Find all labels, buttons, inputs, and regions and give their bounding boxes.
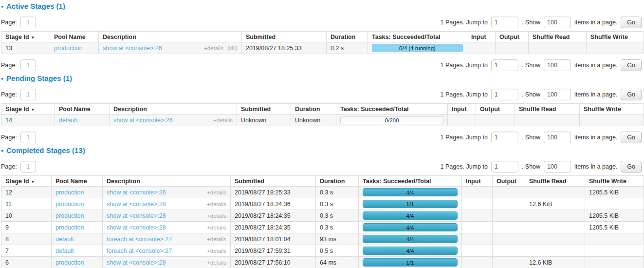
jump-to-input[interactable]: [491, 17, 518, 28]
details-toggle[interactable]: +details: [207, 201, 226, 207]
details-toggle[interactable]: +details: [207, 236, 226, 242]
column-header-output[interactable]: Output: [493, 176, 525, 187]
collapse-icon: ▾: [1, 76, 3, 81]
pool-name-cell: production: [52, 187, 103, 198]
go-button[interactable]: Go: [621, 59, 642, 71]
description-link[interactable]: show at <console>:28: [107, 224, 166, 231]
details-toggle[interactable]: +details: [207, 213, 226, 219]
column-header-description[interactable]: Description: [110, 104, 237, 115]
jump-to-input[interactable]: [491, 59, 518, 71]
column-header-duration[interactable]: Duration: [291, 104, 336, 115]
show-input[interactable]: [544, 161, 571, 172]
column-header-description[interactable]: Description: [99, 32, 242, 42]
description-link[interactable]: foreach at <console>:27: [107, 248, 172, 254]
column-header-description[interactable]: Description: [103, 176, 231, 187]
pool-name-link[interactable]: production: [55, 224, 84, 231]
jump-to-input[interactable]: [491, 161, 518, 172]
show-label: . Show: [522, 19, 540, 26]
section-title-active[interactable]: ▾Active Stages (1): [1, 2, 643, 10]
jump-to-input[interactable]: [491, 89, 518, 100]
shuffle-write-cell: 1205.5 KiB: [585, 210, 644, 222]
sort-desc-icon: ▾: [32, 35, 34, 40]
description-link[interactable]: foreach at <console>:27: [107, 236, 172, 243]
column-header-duration[interactable]: Duration: [327, 32, 368, 42]
description-actions: +details: [207, 248, 226, 254]
pool-name-link[interactable]: production: [55, 201, 84, 208]
go-button[interactable]: Go: [621, 161, 642, 172]
column-header-duration[interactable]: Duration: [316, 176, 359, 187]
column-header-pool-name[interactable]: Pool Name: [52, 176, 103, 187]
description-link[interactable]: show at <console>:28: [107, 259, 166, 266]
column-header-stage-id[interactable]: Stage Id▾: [1, 32, 50, 42]
column-header-pool-name[interactable]: Pool Name: [50, 32, 99, 42]
show-label: . Show: [522, 91, 540, 98]
submitted-cell: 2019/08/27 18:24:35: [231, 222, 316, 233]
column-header-tasks-succeeded-total[interactable]: Tasks: Succeeded/Total: [336, 104, 448, 115]
progress-label: 4/4: [363, 212, 457, 219]
column-header-stage-id[interactable]: Stage Id▾: [1, 176, 52, 187]
show-input[interactable]: [544, 17, 571, 28]
go-button[interactable]: Go: [621, 132, 642, 143]
column-header-input[interactable]: Input: [448, 104, 476, 115]
column-header-submitted[interactable]: Submitted: [237, 104, 291, 115]
column-header-shuffle-read[interactable]: Shuffle Read: [525, 176, 585, 187]
description-link[interactable]: show at <console>:26: [113, 117, 173, 124]
go-button[interactable]: Go: [621, 89, 642, 100]
column-header-stage-id[interactable]: Stage Id▾: [1, 104, 55, 115]
pool-name-link[interactable]: production: [55, 189, 84, 196]
section-title-pending[interactable]: ▾Pending Stages (1): [1, 74, 643, 82]
page-input[interactable]: [20, 161, 36, 172]
go-button[interactable]: Go: [621, 17, 642, 28]
description-link[interactable]: show at <console>:28: [107, 212, 166, 219]
input-cell: [467, 42, 496, 54]
duration-cell: Unknown: [291, 115, 336, 126]
description-link[interactable]: show at <console>:26: [107, 189, 166, 196]
pool-name-cell: production: [50, 42, 99, 54]
column-header-output[interactable]: Output: [476, 104, 515, 115]
description-link[interactable]: show at <console>:28: [107, 201, 166, 208]
column-header-tasks-succeeded-total[interactable]: Tasks: Succeeded/Total: [359, 176, 462, 187]
pool-name-link[interactable]: default: [59, 117, 77, 124]
column-header-shuffle-read[interactable]: Shuffle Read: [515, 104, 580, 115]
pool-name-link[interactable]: default: [55, 248, 74, 254]
pool-name-link[interactable]: production: [54, 45, 82, 52]
details-toggle[interactable]: +details: [204, 45, 223, 51]
details-toggle[interactable]: +details: [207, 260, 226, 266]
details-toggle[interactable]: +details: [207, 225, 226, 230]
show-input[interactable]: [544, 132, 571, 143]
items-per-page-label: items in a page.: [574, 134, 617, 141]
column-header-submitted[interactable]: Submitted: [231, 176, 316, 187]
column-header-input[interactable]: Input: [467, 32, 496, 42]
page-input[interactable]: [20, 89, 36, 100]
page-input[interactable]: [20, 132, 36, 143]
tasks-cell: 1/1: [359, 198, 462, 210]
column-label: Tasks: Succeeded/Total: [372, 34, 441, 40]
kill-link[interactable]: (kill): [227, 45, 238, 51]
column-header-pool-name[interactable]: Pool Name: [55, 104, 110, 115]
show-input[interactable]: [544, 59, 571, 71]
details-toggle[interactable]: +details: [213, 117, 233, 123]
column-header-tasks-succeeded-total[interactable]: Tasks: Succeeded/Total: [368, 32, 467, 42]
pool-name-link[interactable]: default: [55, 236, 74, 243]
column-header-shuffle-write[interactable]: Shuffle Write: [587, 32, 644, 42]
description-link[interactable]: show at <console>:26: [103, 45, 162, 52]
progress-label: 0/4 (4 running): [372, 44, 462, 52]
column-header-shuffle-read[interactable]: Shuffle Read: [529, 32, 587, 42]
column-header-shuffle-write[interactable]: Shuffle Write: [580, 104, 644, 115]
column-header-shuffle-write[interactable]: Shuffle Write: [585, 176, 644, 187]
details-toggle[interactable]: +details: [207, 248, 226, 254]
details-toggle[interactable]: +details: [207, 190, 226, 195]
jump-to-input[interactable]: [491, 132, 518, 143]
column-header-input[interactable]: Input: [462, 176, 493, 187]
description-cell: show at <console>:26+details(kill): [99, 42, 242, 54]
pagination-bar: Page:1 Pages. Jump to. Showitems in a pa…: [1, 58, 642, 72]
pool-name-link[interactable]: production: [55, 259, 84, 266]
pool-name-link[interactable]: production: [55, 212, 84, 219]
page-input[interactable]: [20, 17, 36, 28]
show-input[interactable]: [544, 89, 571, 100]
column-header-output[interactable]: Output: [496, 32, 529, 42]
page-input[interactable]: [20, 59, 36, 71]
column-header-submitted[interactable]: Submitted: [242, 32, 327, 42]
output-cell: [476, 115, 515, 126]
section-title-completed[interactable]: ▾Completed Stages (13): [1, 146, 643, 154]
